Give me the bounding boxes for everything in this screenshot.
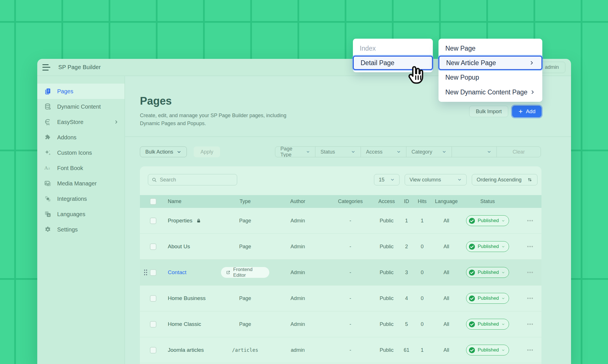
- categories-cell: -: [326, 244, 375, 250]
- menu-item-new-popup[interactable]: New Popup: [439, 70, 542, 85]
- sidebar-item-label: Dynamic Content: [57, 104, 101, 110]
- add-button[interactable]: Add: [512, 106, 541, 117]
- sidebar-item-media-manager[interactable]: Media Manager: [37, 176, 125, 191]
- status-badge[interactable]: Published: [466, 241, 509, 252]
- row-actions-cell: [512, 268, 541, 277]
- ordering-button[interactable]: Ordering Ascending: [472, 174, 537, 185]
- table-row[interactable]: Home BusinessPageAdmin-Public40AllPublis…: [140, 286, 541, 311]
- admin-user-button[interactable]: admin: [538, 62, 565, 73]
- page-type-menu: IndexDetail Page: [353, 39, 433, 72]
- sidebar-item-integrations[interactable]: Integrations: [37, 191, 125, 206]
- row-checkbox[interactable]: [150, 295, 156, 302]
- filter-empty[interactable]: [452, 147, 497, 157]
- row-checkbox-cell: [140, 269, 160, 276]
- menu-item-detail-page[interactable]: Detail Page: [353, 56, 433, 70]
- filter-status[interactable]: Status: [315, 147, 361, 157]
- page-name-cell[interactable]: Home Classic: [160, 321, 221, 327]
- sidebar-item-label: Pages: [57, 88, 73, 95]
- page-name-cell[interactable]: About Us: [160, 243, 221, 250]
- author-cell: Admin: [269, 321, 326, 327]
- pages-icon: [44, 88, 51, 95]
- row-actions-cell: [512, 345, 541, 355]
- page-head-actions: Bulk Import Add: [469, 106, 541, 117]
- sidebar-item-font-book[interactable]: AaFont Book: [37, 160, 125, 176]
- table-row[interactable]: Joomla articles/articlesadmin-Public611A…: [140, 337, 541, 363]
- sidebar-item-languages[interactable]: ALanguages: [37, 206, 125, 222]
- sidebar-item-settings[interactable]: Settings: [37, 222, 125, 237]
- column-header-categories: Categories: [326, 198, 375, 204]
- row-menu-button[interactable]: [525, 242, 535, 251]
- row-checkbox[interactable]: [150, 243, 156, 250]
- menu-item-new-dynamic-content-page[interactable]: New Dynamic Content Page: [439, 85, 542, 100]
- id-cell: 1: [399, 218, 414, 224]
- row-menu-button[interactable]: [525, 293, 535, 303]
- sidebar-item-dynamic-content[interactable]: Dynamic Content: [37, 99, 125, 114]
- row-menu-button[interactable]: [525, 319, 535, 329]
- svg-text:a: a: [48, 166, 50, 170]
- row-checkbox[interactable]: [150, 347, 156, 353]
- chevron-down-icon: [501, 219, 505, 223]
- drag-handle-icon[interactable]: [143, 269, 148, 276]
- sidebar-item-custom-icons[interactable]: Custom Icons: [37, 145, 125, 160]
- page-name: About Us: [168, 243, 190, 250]
- select-all-checkbox[interactable]: [150, 198, 156, 205]
- search-icon: [152, 177, 157, 183]
- row-checkbox[interactable]: [150, 269, 156, 276]
- search-input[interactable]: [160, 177, 233, 183]
- row-menu-button[interactable]: [525, 216, 535, 226]
- easystore-icon: [44, 118, 51, 126]
- bulk-import-button[interactable]: Bulk Import: [469, 106, 508, 117]
- author-cell: Admin: [269, 270, 326, 276]
- status-cell: Published: [463, 215, 512, 226]
- filter-access[interactable]: Access: [361, 147, 406, 157]
- page-size-select[interactable]: 15: [374, 174, 400, 185]
- page-name-link[interactable]: Contact: [168, 269, 186, 276]
- page-name-cell[interactable]: Properties: [160, 218, 221, 224]
- row-checkbox[interactable]: [150, 218, 156, 224]
- page-name-cell[interactable]: Contact: [160, 269, 221, 276]
- status-badge[interactable]: Published: [466, 319, 509, 330]
- status-badge[interactable]: Published: [466, 345, 509, 355]
- page-type-cell: Page: [221, 295, 269, 301]
- clear-filters-button[interactable]: Clear: [497, 147, 541, 157]
- table-row[interactable]: ContactFrontend EditorAdmin-Public30AllP…: [140, 260, 541, 286]
- row-menu-button[interactable]: [525, 268, 535, 277]
- menu-item-new-article-page[interactable]: New Article Page: [439, 56, 542, 70]
- page-name-cell[interactable]: Home Business: [160, 295, 221, 301]
- menu-item-new-page[interactable]: New Page: [439, 41, 542, 56]
- sidebar-item-easystore[interactable]: EasyStore: [37, 114, 125, 130]
- page-name: Home Business: [168, 295, 206, 301]
- table-row[interactable]: About UsPageAdmin-Public20AllPublished: [140, 234, 541, 260]
- section-divider: [125, 136, 571, 137]
- languages-icon: A: [44, 210, 51, 218]
- access-cell: Public: [375, 347, 399, 353]
- table-row[interactable]: Home ClassicPageAdmin-Public50AllPublish…: [140, 311, 541, 337]
- chevron-right-icon: [114, 119, 119, 125]
- chevron-right-icon: [529, 60, 535, 66]
- row-menu-button[interactable]: [525, 345, 535, 355]
- dynamic-content-icon: [44, 103, 51, 110]
- page-type-cell: Page: [221, 321, 269, 327]
- chevron-down-icon: [501, 297, 505, 300]
- page-name-cell[interactable]: Joomla articles: [160, 347, 221, 353]
- view-columns-select[interactable]: View columns: [405, 174, 467, 185]
- frontend-editor-badge[interactable]: Frontend Editor: [221, 267, 269, 278]
- status-label: Published: [478, 295, 499, 301]
- hamburger-menu-icon[interactable]: [42, 64, 51, 71]
- menu-item-index[interactable]: Index: [353, 41, 433, 56]
- table-row[interactable]: PropertiesPageAdmin-Public11AllPublished: [140, 208, 541, 234]
- row-checkbox[interactable]: [150, 321, 156, 328]
- status-badge[interactable]: Published: [466, 293, 509, 304]
- bulk-actions-dropdown[interactable]: Bulk Actions: [140, 146, 187, 157]
- row-checkbox-cell: [140, 218, 160, 224]
- status-badge[interactable]: Published: [466, 215, 509, 226]
- sidebar-item-addons[interactable]: Addons: [37, 130, 125, 145]
- page-name: Home Classic: [168, 321, 201, 327]
- status-badge[interactable]: Published: [466, 267, 509, 278]
- hits-cell: 1: [414, 218, 430, 224]
- apply-button[interactable]: Apply: [194, 146, 220, 157]
- filter-page-type[interactable]: Page Type: [275, 147, 315, 157]
- sidebar-item-pages[interactable]: Pages: [37, 84, 125, 99]
- filter-category[interactable]: Category: [406, 147, 452, 157]
- chevron-down-icon: [390, 177, 395, 182]
